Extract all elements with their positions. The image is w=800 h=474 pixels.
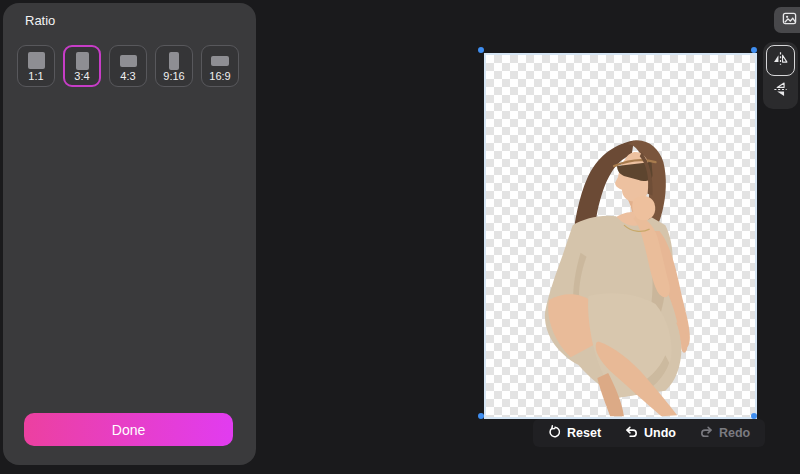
ratio-option-1-1[interactable]: 1:1 xyxy=(17,45,55,87)
ratio-shape-icon xyxy=(28,52,45,69)
ratio-option-label: 1:1 xyxy=(28,71,43,82)
ratio-option-16-9[interactable]: 16:9 xyxy=(201,45,239,87)
undo-button[interactable]: Undo xyxy=(624,424,676,442)
panel-title: Ratio xyxy=(25,13,55,28)
redo-arrow-icon xyxy=(699,424,714,442)
ratio-option-label: 4:3 xyxy=(120,71,135,82)
image-preview-button[interactable] xyxy=(774,7,800,33)
subject-photo-woman xyxy=(486,55,755,417)
undo-arrow-icon xyxy=(624,424,639,442)
ratio-shape-icon xyxy=(76,52,89,70)
ratio-option-label: 16:9 xyxy=(209,71,230,82)
flip-horizontal-icon xyxy=(772,50,789,71)
flip-vertical-button[interactable] xyxy=(766,77,795,106)
crop-handle-bottom-left[interactable] xyxy=(478,413,484,419)
ratio-option-3-4[interactable]: 3:4 xyxy=(63,45,101,87)
ratio-option-9-16[interactable]: 9:16 xyxy=(155,45,193,87)
history-toolbar: Reset Undo Redo xyxy=(533,419,765,447)
flip-horizontal-button[interactable] xyxy=(766,45,795,76)
ratio-option-label: 3:4 xyxy=(74,71,89,82)
flip-tools-group xyxy=(763,42,798,109)
redo-button[interactable]: Redo xyxy=(699,424,750,442)
photo-editor-crop-screen: { "panel": { "title": "Ratio", "ratios":… xyxy=(0,0,800,474)
flip-vertical-icon xyxy=(772,81,789,102)
ratio-panel: Ratio 1:1 3:4 4:3 9:16 16:9 Done xyxy=(3,3,256,465)
ratio-shape-icon xyxy=(169,52,179,70)
done-button[interactable]: Done xyxy=(24,413,233,446)
reset-circular-arrow-icon xyxy=(548,425,562,442)
reset-label: Reset xyxy=(567,426,601,440)
ratio-shape-icon xyxy=(211,56,229,66)
reset-button[interactable]: Reset xyxy=(548,425,601,442)
image-icon xyxy=(782,11,797,30)
crop-handle-top-left[interactable] xyxy=(478,47,484,53)
crop-region[interactable] xyxy=(484,53,757,419)
crop-handle-top-right[interactable] xyxy=(751,47,757,53)
ratio-shape-icon xyxy=(120,55,137,67)
ratio-options-row: 1:1 3:4 4:3 9:16 16:9 xyxy=(17,45,239,87)
ratio-option-label: 9:16 xyxy=(163,71,184,82)
redo-label: Redo xyxy=(719,426,750,440)
ratio-option-4-3[interactable]: 4:3 xyxy=(109,45,147,87)
undo-label: Undo xyxy=(644,426,676,440)
